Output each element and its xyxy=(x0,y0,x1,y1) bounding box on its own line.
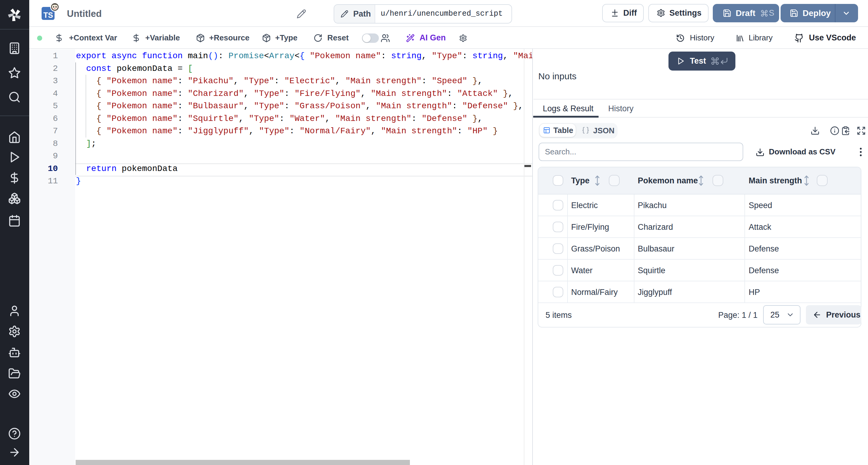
svg-text:TS: TS xyxy=(43,11,53,19)
